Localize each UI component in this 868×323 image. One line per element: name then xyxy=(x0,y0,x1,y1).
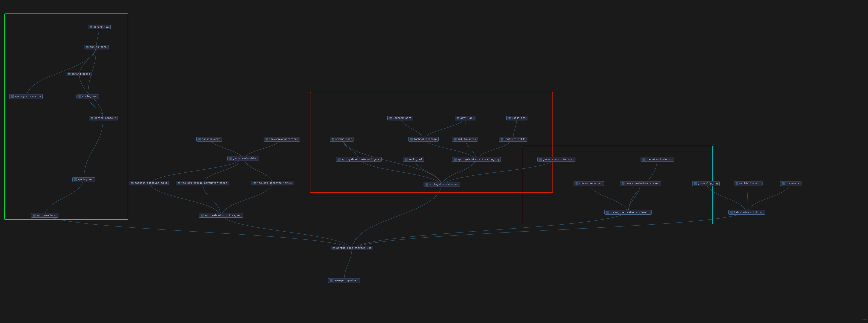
svg-rect-59 xyxy=(201,216,203,216)
node-tomcat-embed-websocket: tomcat-embed-websocket xyxy=(620,181,661,186)
svg-rect-7 xyxy=(87,48,88,48)
svg-rect-81 xyxy=(390,117,392,118)
module-icon xyxy=(426,183,428,186)
node-label: spring-boot xyxy=(335,138,352,141)
node-label: logback-classic xyxy=(414,138,437,141)
node-label: classmate xyxy=(786,182,799,185)
module-icon xyxy=(33,214,36,217)
node-log4j-to-slf4j: log4j-to-slf4j xyxy=(499,137,527,142)
svg-rect-1 xyxy=(90,26,92,27)
svg-rect-17 xyxy=(79,96,81,96)
node-tomcat-embed-el: tomcat-embed-el xyxy=(574,181,604,186)
node-jackson-annotations: jackson-annotations xyxy=(264,137,300,142)
module-icon xyxy=(736,182,738,185)
svg-rect-78 xyxy=(426,184,427,184)
node-spring-webmvc: spring-webmvc xyxy=(31,213,58,218)
node-jackson-datatype-jdk8: jackson-datatype-jdk8 xyxy=(129,181,169,185)
svg-rect-121 xyxy=(694,183,696,183)
svg-rect-66 xyxy=(338,159,339,159)
svg-rect-74 xyxy=(455,159,456,159)
module-icon xyxy=(229,157,232,160)
svg-rect-41 xyxy=(230,158,231,158)
module-icon xyxy=(730,211,733,214)
svg-rect-3 xyxy=(90,27,92,28)
module-icon xyxy=(405,158,408,161)
svg-rect-137 xyxy=(731,212,733,212)
svg-rect-51 xyxy=(178,183,180,184)
node-spring-context: spring-context xyxy=(89,116,118,120)
module-icon xyxy=(74,178,77,181)
svg-rect-55 xyxy=(254,183,255,184)
svg-rect-69 xyxy=(405,159,407,159)
svg-rect-73 xyxy=(455,159,456,159)
module-icon xyxy=(338,158,341,161)
svg-rect-34 xyxy=(199,139,200,139)
node-label: spring-boot-starter-tomcat xyxy=(610,211,650,214)
svg-rect-42 xyxy=(230,158,231,158)
svg-rect-47 xyxy=(131,183,133,184)
svg-rect-126 xyxy=(736,183,737,184)
svg-rect-89 xyxy=(509,117,510,118)
node-label: jackson-datatype-jdk8 xyxy=(135,182,167,184)
node-javax-annotation-api: javax.annotation-api xyxy=(537,157,576,162)
module-icon xyxy=(68,72,71,76)
module-icon xyxy=(86,46,89,49)
module-icon xyxy=(576,182,578,185)
node-jackson-module-parameter-names: jackson-module-parameter-names xyxy=(176,181,229,185)
svg-rect-85 xyxy=(457,117,459,118)
svg-rect-141 xyxy=(333,247,335,248)
node-spring-core: spring-core xyxy=(84,45,108,50)
svg-rect-105 xyxy=(540,159,541,159)
node-label: jboss-logging xyxy=(698,182,718,185)
svg-rect-62 xyxy=(332,139,333,139)
module-icon xyxy=(782,182,785,185)
svg-rect-101 xyxy=(501,139,503,139)
node-label: spring-boot-starter-logging xyxy=(458,158,499,161)
svg-rect-27 xyxy=(75,180,76,180)
node-label: jul-to-slf4j xyxy=(458,138,476,141)
module-icon xyxy=(201,214,204,217)
node-spring-web: spring-web xyxy=(72,177,95,182)
node-label: validation-api xyxy=(739,182,761,185)
svg-rect-77 xyxy=(426,184,428,184)
node-label: jackson-core xyxy=(202,138,220,141)
node-label: slf4j-api xyxy=(460,117,474,119)
node-label: tomcat-embed-el xyxy=(579,182,602,185)
svg-rect-138 xyxy=(731,212,732,212)
node-label: spring-jci xyxy=(93,26,109,28)
module-icon xyxy=(454,158,457,161)
node-label: javax.annotation-api xyxy=(543,158,574,161)
node-label: spring-boot-starter xyxy=(429,183,458,186)
svg-rect-110 xyxy=(643,159,644,159)
node-spring-jci: spring-jci xyxy=(88,25,111,29)
svg-rect-14 xyxy=(11,96,13,97)
node-slf4j-api: slf4j-api xyxy=(455,116,476,120)
node-spring-boot-starter-web: spring-boot-starter-web xyxy=(331,246,373,251)
node-label: spring-boot-starter-web xyxy=(336,247,371,249)
svg-rect-13 xyxy=(11,96,13,96)
svg-rect-133 xyxy=(607,212,609,212)
node-label: spring-beans xyxy=(72,72,90,76)
node-spring-beans: spring-beans xyxy=(66,72,92,76)
node-label: logback-core xyxy=(393,117,411,119)
node-validation-api: validation-api xyxy=(734,181,763,186)
node-spring-boot-autoconfigure: spring-boot-autoconfigure xyxy=(336,157,382,162)
svg-rect-57 xyxy=(201,215,203,215)
svg-rect-61 xyxy=(332,139,334,139)
svg-rect-97 xyxy=(455,139,456,139)
node-label: hibernate-validator xyxy=(734,211,763,214)
svg-rect-125 xyxy=(736,183,738,183)
svg-rect-46 xyxy=(131,183,133,183)
svg-rect-23 xyxy=(91,118,93,119)
svg-rect-111 xyxy=(643,159,644,160)
svg-rect-26 xyxy=(75,179,76,180)
node-label: spring-aop xyxy=(82,95,97,98)
node-spring-boot: spring-boot xyxy=(330,137,354,142)
node-label: demospringwebmvc xyxy=(334,279,358,282)
svg-rect-50 xyxy=(178,183,179,183)
node-label: jackson-annotations xyxy=(269,138,298,141)
module-icon xyxy=(90,26,93,28)
node-label: log4j-api xyxy=(512,117,526,119)
watermark: 68% xyxy=(862,319,866,321)
svg-rect-130 xyxy=(782,183,784,184)
